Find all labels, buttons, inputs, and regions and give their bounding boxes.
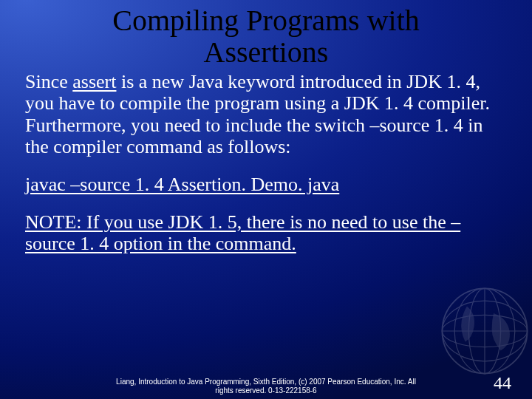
slide-body: Since assert is a new Java keyword intro… <box>0 68 532 254</box>
footer-line-2: rights reserved. 0-13-222158-6 <box>215 386 316 395</box>
svg-point-0 <box>442 288 527 373</box>
page-number: 44 <box>494 373 511 393</box>
globe-icon <box>440 287 529 375</box>
svg-point-2 <box>442 301 527 361</box>
svg-point-3 <box>468 288 500 373</box>
slide: Compiling Programs with Assertions Since… <box>0 0 532 399</box>
title-line-2: Assertions <box>204 35 329 69</box>
svg-point-1 <box>442 315 527 347</box>
svg-point-4 <box>454 288 515 373</box>
paragraph-3: NOTE: If you use JDK 1. 5, there is no n… <box>25 211 508 254</box>
title-line-1: Compiling Programs with <box>112 4 420 37</box>
assert-keyword: assert <box>72 71 116 92</box>
paragraph-1: Since assert is a new Java keyword intro… <box>25 71 508 157</box>
command-line: javac –source 1. 4 Assertion. Demo. java <box>25 174 508 195</box>
footer-line-1: Liang, Introduction to Java Programming,… <box>116 378 416 386</box>
slide-title: Compiling Programs with Assertions <box>0 0 532 68</box>
globe-decoration <box>440 287 529 375</box>
para1-lead: Since <box>25 71 72 92</box>
footer-copyright: Liang, Introduction to Java Programming,… <box>0 378 532 395</box>
